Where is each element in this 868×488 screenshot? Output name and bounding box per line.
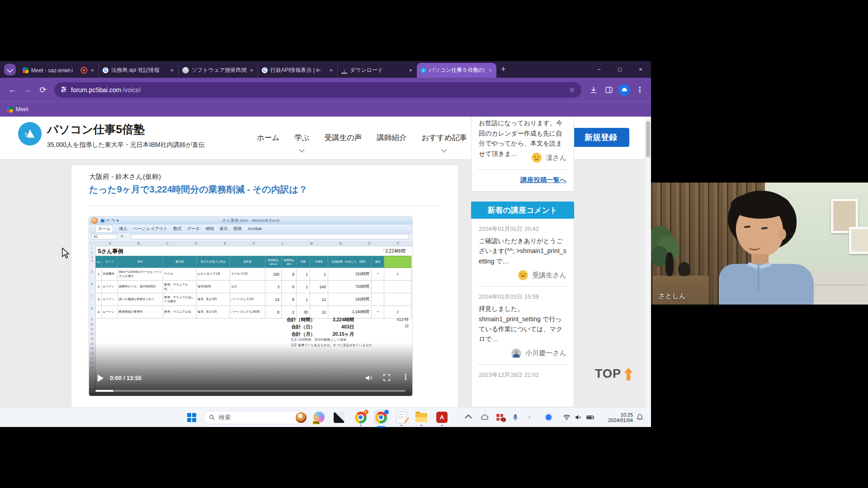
nav-item[interactable]: 受講生の声 bbox=[325, 133, 362, 143]
browser-tab[interactable]: G行政API情報表示 | e-× bbox=[258, 63, 337, 78]
excel-header-cell: 備考 bbox=[372, 256, 384, 268]
wifi-icon[interactable] bbox=[561, 411, 573, 423]
tab-close-icon[interactable]: × bbox=[170, 67, 175, 74]
minimize-button[interactable]: − bbox=[589, 61, 609, 78]
excel-cell: 8 bbox=[282, 293, 297, 306]
tab-close-icon[interactable]: × bbox=[488, 67, 493, 74]
address-bar[interactable]: forum.pc5bai.com/voice/ ☆ bbox=[54, 82, 581, 98]
downloads-icon[interactable] bbox=[587, 83, 600, 97]
tray-blue-dot-icon[interactable] bbox=[542, 411, 555, 423]
nav-item[interactable]: 学ぶ bbox=[294, 133, 309, 143]
tray-close-icon[interactable]: × bbox=[524, 411, 536, 423]
tray-grid-app-icon[interactable]: 2 bbox=[494, 411, 506, 423]
tab-close-icon[interactable]: × bbox=[249, 67, 254, 74]
browser-tab[interactable]: ▲パソコン仕事５倍塾の受× bbox=[417, 63, 496, 78]
site-info-icon[interactable] bbox=[61, 86, 67, 94]
browser-menu-icon[interactable]: ⋮ bbox=[633, 83, 646, 97]
notification-bell-icon[interactable] bbox=[634, 411, 646, 423]
column-letter: F bbox=[240, 241, 269, 246]
tab-close-icon[interactable]: × bbox=[90, 67, 95, 74]
chrome-profile1-button[interactable]: k bbox=[354, 411, 367, 423]
column-letter: N bbox=[326, 241, 355, 246]
excel-cell: 突発事件 bbox=[102, 268, 118, 281]
excel-ribbon-tab[interactable]: 校閲 bbox=[206, 226, 214, 232]
taskbar-clock[interactable]: 10:25 2024/01/04 bbox=[598, 412, 633, 423]
page-scrollbar[interactable] bbox=[645, 117, 651, 407]
nav-item[interactable]: 講師紹介 bbox=[377, 133, 407, 143]
microphone-tray-icon[interactable] bbox=[509, 411, 521, 423]
onedrive-cloud-icon[interactable] bbox=[478, 411, 491, 423]
tray-overflow-chevron[interactable] bbox=[463, 411, 475, 423]
tab-search-button[interactable] bbox=[4, 64, 16, 75]
excel-row-number: 20 bbox=[89, 371, 95, 374]
comment-text: ご確認いただきありがとうございます(^^; >shmain1_print_set… bbox=[479, 236, 566, 266]
file-explorer-button[interactable] bbox=[415, 411, 427, 423]
excel-row-number: 23 bbox=[89, 385, 95, 389]
excel-ribbon-tab[interactable]: 数式 bbox=[173, 226, 181, 232]
browser-tab[interactable]: G法務局 api 登記情報× bbox=[99, 63, 178, 78]
excel-ribbon-tab[interactable]: ホーム bbox=[95, 225, 113, 232]
browser-tab[interactable]: ソフトウェア開発民間事× bbox=[178, 63, 258, 78]
close-button[interactable]: × bbox=[630, 61, 651, 78]
browser-tab[interactable]: Meet - saz-enwt-i× bbox=[19, 63, 99, 78]
register-button[interactable]: 新規登録 bbox=[572, 128, 629, 147]
bookmark-star-icon[interactable]: ☆ bbox=[569, 86, 575, 94]
video-menu-icon[interactable]: ⋮ bbox=[402, 373, 409, 381]
scrollbar-thumb[interactable] bbox=[646, 121, 650, 157]
excel-cell: 4 bbox=[96, 306, 102, 319]
chrome-profile2-button[interactable] bbox=[373, 410, 388, 425]
maximize-button[interactable]: □ bbox=[609, 61, 630, 78]
excel-cell: 1 bbox=[297, 293, 310, 306]
sidebar-comments-list: 2024年01月01日 20:42ご確認いただきありがとうございます(^^; >… bbox=[471, 219, 574, 407]
side-panel-icon[interactable] bbox=[602, 83, 616, 97]
play-button[interactable] bbox=[98, 375, 104, 382]
excel-ribbon-tab[interactable]: Acrobat bbox=[248, 226, 262, 231]
bookmark-item[interactable]: Meet bbox=[7, 106, 28, 113]
taskbar-search[interactable]: 検索 bbox=[203, 411, 308, 424]
excel-row-number: 4 bbox=[89, 259, 95, 262]
comment-author: 小川慶一さん bbox=[525, 349, 566, 357]
pinned-app-button[interactable] bbox=[333, 411, 345, 423]
search-highlight-image bbox=[296, 412, 307, 423]
excel-cell: マクロ bbox=[163, 268, 197, 281]
excel-ribbon-tab[interactable]: 挿入 bbox=[119, 226, 127, 232]
vase bbox=[678, 262, 690, 276]
forward-button[interactable]: → bbox=[20, 82, 35, 98]
excel-row-number: 19 bbox=[89, 366, 95, 369]
excel-ribbon-tab[interactable]: 開発 bbox=[234, 226, 242, 232]
fullscreen-icon[interactable] bbox=[383, 374, 392, 383]
column-letter: E bbox=[211, 241, 240, 246]
battery-icon[interactable] bbox=[584, 411, 596, 423]
excel-ribbon-tab[interactable]: ページ レイアウト bbox=[133, 226, 167, 232]
tab-close-icon[interactable]: × bbox=[329, 67, 334, 74]
speaker-icon[interactable] bbox=[572, 411, 585, 423]
tab-close-icon[interactable]: × bbox=[408, 67, 413, 74]
reload-button[interactable]: ⟳ bbox=[35, 82, 51, 98]
fx-icon: fx bbox=[121, 234, 123, 238]
excel-name-box: A1 bbox=[91, 234, 118, 239]
site-logo-icon[interactable] bbox=[18, 122, 42, 145]
google-icon: G bbox=[103, 67, 108, 73]
video-player[interactable]: ↶↷▾ さん事例.xlsm - Microsoft Excel ホーム挿入ページ… bbox=[89, 216, 412, 396]
course-posts-link[interactable]: 講座投稿一覧へ bbox=[472, 176, 574, 184]
notepad-button[interactable] bbox=[395, 411, 407, 423]
nav-item[interactable]: おすすめ記事 bbox=[422, 133, 467, 143]
excel-ribbon-tab[interactable]: 表示 bbox=[220, 226, 228, 232]
excel-ribbon-tab[interactable]: データ bbox=[187, 226, 199, 232]
back-button[interactable]: ← bbox=[5, 82, 20, 98]
new-tab-button[interactable]: + bbox=[501, 65, 506, 74]
testimonial-title-link[interactable]: たった9ヶ月で3,224時間分の業務削減 - その内訳は？ bbox=[89, 183, 307, 196]
profile-sync-button[interactable] bbox=[618, 83, 631, 97]
browser-tab[interactable]: ↓ダウンロード× bbox=[337, 63, 417, 78]
scroll-to-top-button[interactable]: TOP bbox=[595, 367, 633, 381]
nav-item[interactable]: ホーム bbox=[257, 133, 279, 143]
sidebar-comment-card[interactable]: お世話になっております。今回のカレンダー作成も先に自分でやってから、本文を読ませ… bbox=[471, 117, 574, 192]
volume-icon[interactable] bbox=[365, 374, 374, 383]
video-progress-bar[interactable] bbox=[95, 390, 406, 392]
excel-total-value: 20.15ヶ月 bbox=[301, 331, 354, 338]
excel-header-cell: 件数 bbox=[297, 256, 310, 268]
excel-table-row: 4ルーチン帳票関係の整理等整理、マニュアル化毎月、私が1日パートさんでも2時間8… bbox=[96, 306, 411, 319]
start-button[interactable] bbox=[185, 411, 198, 423]
copilot-button[interactable]: PRE bbox=[313, 411, 325, 423]
acrobat-button[interactable]: A bbox=[436, 411, 448, 423]
